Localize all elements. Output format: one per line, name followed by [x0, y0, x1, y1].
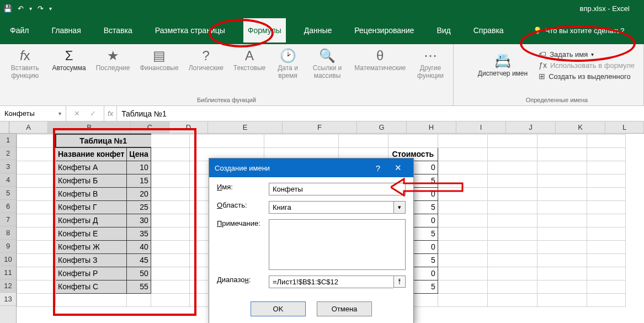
dialog-titlebar[interactable]: Создание имени ? ✕ — [209, 158, 413, 177]
use-in-formula-button[interactable]: ƒx Использовать в формуле — [539, 61, 635, 70]
row-header-9[interactable]: 9 — [0, 240, 16, 253]
tab-formulas[interactable]: Формулы — [243, 18, 286, 43]
col-header-c[interactable]: C — [131, 121, 169, 133]
tag-icon: 🏷 — [539, 50, 546, 59]
cell-b8[interactable]: Конфеты Е — [56, 227, 127, 240]
cell-c4[interactable]: 15 — [127, 174, 151, 187]
row-header-10[interactable]: 10 — [0, 253, 16, 266]
undo-more-icon[interactable]: ▾ — [29, 6, 32, 12]
cell-b6[interactable]: Конфеты Г — [56, 200, 127, 214]
row-header-4[interactable]: 4 — [0, 173, 16, 187]
tab-review[interactable]: Рецензирование — [350, 18, 418, 43]
insert-function-button[interactable]: fx Вставить функцию — [3, 46, 46, 81]
ok-button[interactable]: OK — [251, 301, 306, 316]
other-fn-button[interactable]: ⋯ Другие функции — [411, 46, 450, 81]
chevron-down-icon[interactable]: ▾ — [58, 110, 61, 117]
define-name-button[interactable]: 🏷 Задать имя ▾ — [539, 50, 635, 59]
tab-page-layout[interactable]: Разметка страницы — [151, 18, 230, 43]
enter-formula-icon[interactable]: ✓ — [90, 109, 96, 118]
create-from-selection-button[interactable]: ⊞ Создать из выделенного — [539, 72, 635, 81]
col-header-b[interactable]: B — [48, 121, 131, 133]
cell-c5[interactable]: 20 — [127, 187, 151, 200]
logical-button[interactable]: ? Логические — [184, 46, 228, 73]
tab-view[interactable]: Вид — [432, 18, 455, 43]
cancel-formula-icon[interactable]: ✕ — [74, 109, 80, 118]
row-header-12[interactable]: 12 — [0, 279, 16, 293]
cell-c9[interactable]: 40 — [127, 240, 151, 253]
cell-b9[interactable]: Конфеты Ж — [56, 240, 127, 253]
col-header-i[interactable]: I — [456, 121, 506, 133]
col-header-f[interactable]: F — [283, 121, 357, 133]
recent-button[interactable]: ★ Последние — [92, 46, 135, 73]
row-header-6[interactable]: 6 — [0, 200, 16, 213]
cell-b10[interactable]: Конфеты З — [56, 253, 127, 267]
scope-select[interactable] — [269, 201, 393, 214]
col-header-j[interactable]: J — [506, 121, 556, 133]
cell-b4[interactable]: Конфеты Б — [56, 174, 127, 187]
range-input[interactable] — [269, 276, 393, 288]
save-icon[interactable]: 💾 — [3, 4, 12, 13]
row-header-2[interactable]: 2 — [0, 147, 16, 160]
qat-customize-icon[interactable]: ▾ — [49, 6, 52, 12]
select-all-corner[interactable] — [0, 121, 9, 134]
redo-icon[interactable]: ↷ — [38, 4, 44, 13]
financial-button[interactable]: ▤ Финансовые — [135, 46, 183, 73]
row-header-1[interactable]: 1 — [0, 134, 16, 147]
cell-c12[interactable]: 55 — [127, 280, 151, 293]
cell-b1[interactable]: Таблица №1 — [56, 134, 151, 147]
col-header-l[interactable]: L — [605, 121, 644, 133]
row-header-5[interactable]: 5 — [0, 187, 16, 200]
cancel-button[interactable]: Отмена — [317, 301, 372, 316]
name-box-input[interactable] — [4, 109, 49, 118]
cell-b5[interactable]: Конфеты В — [56, 187, 127, 200]
tab-data[interactable]: Данные — [300, 18, 337, 43]
cell-c7[interactable]: 30 — [127, 214, 151, 227]
text-label: Текстовые — [233, 64, 265, 72]
cell-b11[interactable]: Конфеты Р — [56, 267, 127, 280]
cell-c8[interactable]: 35 — [127, 227, 151, 240]
range-picker-button[interactable]: ⭱ — [393, 276, 406, 288]
col-header-h[interactable]: H — [407, 121, 456, 133]
cell-c3[interactable]: 10 — [127, 161, 151, 174]
name-box[interactable]: ▾ — [0, 106, 66, 121]
row-header-7[interactable]: 7 — [0, 213, 16, 226]
row-header-11[interactable]: 11 — [0, 266, 16, 279]
cell-b3[interactable]: Конфеты А — [56, 161, 127, 174]
cell-b12[interactable]: Конфеты С — [56, 280, 127, 293]
col-header-g[interactable]: G — [357, 121, 407, 133]
row-header-8[interactable]: 8 — [0, 226, 16, 240]
fx-button[interactable]: fx — [104, 106, 117, 121]
dialog-close-button[interactable]: ✕ — [388, 163, 408, 173]
col-header-a[interactable]: A — [9, 121, 48, 133]
cell-b2[interactable]: Название конфет — [56, 147, 127, 161]
tab-insert[interactable]: Вставка — [99, 18, 137, 43]
col-header-d[interactable]: D — [169, 121, 208, 133]
cell-c11[interactable]: 50 — [127, 267, 151, 280]
cell-b7[interactable]: Конфеты Д — [56, 214, 127, 227]
row-header-13[interactable]: 13 — [0, 293, 16, 306]
scope-dropdown-button[interactable]: ▾ — [393, 201, 406, 214]
col-header-e[interactable]: E — [208, 121, 283, 133]
comment-textarea[interactable] — [269, 219, 406, 270]
name-manager-button[interactable]: 📇 Диспетчер имен — [473, 52, 532, 78]
cell-c6[interactable]: 25 — [127, 200, 151, 214]
row-header-3[interactable]: 3 — [0, 160, 16, 173]
autosum-button[interactable]: Σ Автосумма — [47, 46, 90, 73]
tab-file[interactable]: Файл — [6, 18, 33, 43]
datetime-button[interactable]: 🕑 Дата и время — [271, 46, 305, 81]
tell-me[interactable]: 💡 Что вы хотите сделать? — [533, 27, 625, 35]
undo-icon[interactable]: ↶ — [18, 4, 24, 13]
dialog-help-button[interactable]: ? — [368, 163, 388, 173]
math-button[interactable]: θ Математические — [350, 46, 410, 73]
cell-c2[interactable]: Цена — [127, 147, 151, 161]
cell-c10[interactable]: 45 — [127, 253, 151, 267]
text-button[interactable]: A Текстовые — [229, 46, 270, 73]
tab-home[interactable]: Главная — [47, 18, 85, 43]
formula-input[interactable] — [117, 109, 644, 118]
column-headers: A B C D E F G H I J K L — [9, 121, 644, 134]
lookup-button[interactable]: 🔍 Ссылки и массивы — [306, 46, 349, 81]
name-input[interactable] — [269, 183, 406, 195]
logical-icon: ? — [203, 47, 210, 64]
tab-help[interactable]: Справка — [469, 18, 508, 43]
col-header-k[interactable]: K — [556, 121, 605, 133]
